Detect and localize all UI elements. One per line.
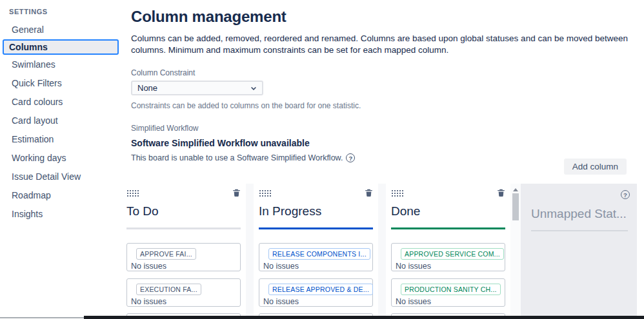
column-accent-bar: [259, 227, 373, 229]
trash-icon: [232, 188, 241, 197]
scrollbar-up-arrow-icon[interactable]: [513, 188, 518, 191]
column-management-page: Column management Columns can be added, …: [131, 0, 644, 162]
status-issue-count: No issues: [395, 262, 499, 271]
column-constraint-label: Column Constraint: [131, 68, 644, 77]
sidebar-item-card-colours[interactable]: Card colours: [9, 93, 121, 111]
status-lozenge[interactable]: RELEASE APPROVED & DE...: [268, 284, 373, 295]
status-card: RELEASE COMPONENTS I... No issues: [259, 243, 373, 271]
scrollbar-thumb[interactable]: [512, 193, 519, 220]
drag-handle-icon[interactable]: [391, 189, 405, 197]
sidebar-item-columns[interactable]: Columns: [3, 39, 119, 55]
column-header: [126, 188, 241, 197]
delete-column-button[interactable]: [364, 188, 373, 198]
column-to-do: To Do APPROVE FAI... No issues EXECUTION…: [121, 184, 246, 316]
column-constraint-value: None: [137, 83, 157, 93]
status-lozenge[interactable]: PRODUCTION SANITY CH...: [401, 284, 501, 295]
sidebar-item-issue-detail-view[interactable]: Issue Detail View: [9, 168, 121, 186]
sidebar-item-roadmap[interactable]: Roadmap: [9, 186, 121, 204]
status-lozenge[interactable]: RELEASE COMPONENTS I...: [268, 248, 370, 260]
status-lozenge[interactable]: APPROVE FAI...: [136, 248, 196, 260]
status-issue-count: No issues: [130, 262, 235, 271]
column-done: Done APPROVED SERVICE COM... No issues P…: [386, 184, 510, 316]
sidebar-item-quick-filters[interactable]: Quick Filters: [9, 74, 121, 92]
trash-icon: [365, 188, 373, 197]
sidebar-item-working-days[interactable]: Working days: [9, 149, 121, 167]
delete-column-button[interactable]: [232, 188, 241, 198]
drag-handle-icon[interactable]: [126, 189, 140, 197]
status-card: PRODUCTION SANITY CH... No issues: [391, 278, 505, 307]
page-title: Column management: [131, 8, 644, 26]
column-mapping-board: To Do APPROVE FAI... No issues EXECUTION…: [121, 184, 644, 316]
chevron-down-icon: [250, 84, 257, 92]
status-issue-count: No issues: [263, 297, 367, 306]
trash-icon: [497, 188, 505, 197]
unmapped-accent-bar: [531, 230, 628, 231]
unmapped-panel-title: Unmapped Stat...: [531, 207, 629, 221]
column-in-progress: In Progress RELEASE COMPONENTS I... No i…: [254, 184, 378, 316]
sidebar-item-estimation[interactable]: Estimation: [9, 130, 121, 148]
constraint-helper-text: Constraints can be added to columns on t…: [131, 101, 644, 110]
column-title[interactable]: To Do: [126, 204, 241, 218]
page-description: Columns can be added, removed, reordered…: [131, 33, 636, 55]
sidebar-item-insights[interactable]: Insights: [9, 205, 121, 223]
sidebar-item-general[interactable]: General: [9, 21, 121, 39]
status-issue-count: No issues: [263, 262, 367, 271]
column-header: [259, 188, 373, 197]
status-lozenge[interactable]: APPROVED SERVICE COM...: [401, 248, 504, 260]
column-header: [391, 188, 505, 197]
status-card: APPROVED SERVICE COM... No issues: [391, 243, 505, 271]
status-card: EXECUTION FA... No issues: [126, 278, 241, 307]
column-constraint-select[interactable]: None: [131, 81, 263, 95]
drag-handle-icon[interactable]: [259, 189, 272, 197]
add-column-button[interactable]: Add column: [564, 159, 627, 175]
workflow-status-text: Software Simplified Workflow unavailable: [131, 138, 644, 148]
status-card: RELEASE APPROVED & DE... No issues: [259, 278, 373, 307]
vertical-scrollbar[interactable]: [510, 184, 521, 316]
mapped-columns: To Do APPROVE FAI... No issues EXECUTION…: [121, 184, 510, 316]
unmapped-statuses-panel: ? Unmapped Stat...: [521, 184, 637, 316]
status-lozenge[interactable]: EXECUTION FA...: [136, 284, 201, 295]
status-issue-count: No issues: [395, 297, 499, 306]
sidebar-item-card-layout[interactable]: Card layout: [9, 111, 121, 130]
simplified-workflow-label: Simplified Workflow: [131, 124, 644, 133]
column-title[interactable]: Done: [391, 204, 505, 218]
status-card: APPROVE FAI... No issues: [126, 243, 241, 271]
window-edge: [84, 316, 644, 319]
settings-sidebar: SETTINGS General Columns Swimlanes Quick…: [0, 0, 121, 224]
column-title[interactable]: In Progress: [259, 204, 373, 218]
column-accent-bar: [391, 227, 505, 229]
sidebar-heading: SETTINGS: [9, 8, 121, 15]
help-icon[interactable]: ?: [621, 190, 630, 199]
help-icon[interactable]: ?: [346, 153, 355, 162]
delete-column-button[interactable]: [496, 188, 505, 198]
sidebar-item-swimlanes[interactable]: Swimlanes: [9, 55, 121, 73]
column-accent-bar: [126, 227, 241, 229]
workflow-description-text: This board is unable to use a Software S…: [131, 153, 343, 162]
status-issue-count: No issues: [130, 297, 235, 306]
window-edge-left: [0, 317, 84, 318]
